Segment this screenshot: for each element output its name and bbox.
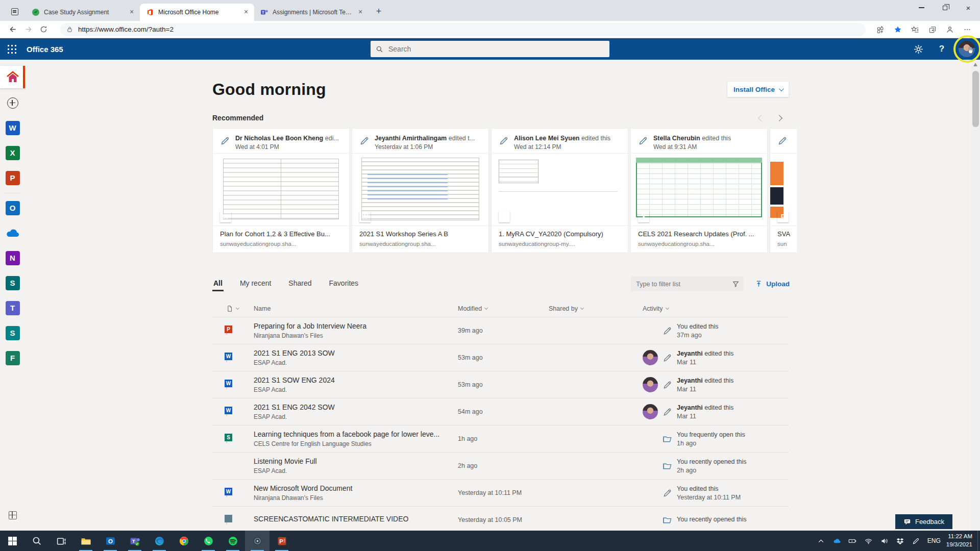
table-row[interactable]: SCREENCASTOMATIC INTERMEDIATE VIDEO Yest…: [212, 507, 789, 531]
tray-pen-icon[interactable]: [908, 531, 924, 551]
file-name[interactable]: 2021 S1 ENG 2013 SOW: [254, 349, 458, 357]
tab-close-icon[interactable]: ×: [356, 8, 364, 16]
filter-box[interactable]: [631, 277, 744, 291]
browser-tab[interactable]: Microsoft Office Home ×: [140, 4, 254, 21]
tray-volume-icon[interactable]: [876, 531, 892, 551]
help-button[interactable]: ?: [930, 38, 953, 60]
start-button[interactable]: [0, 531, 24, 551]
table-row[interactable]: S Learning techniques from a facebook pa…: [212, 425, 789, 453]
taskbar-search-button[interactable]: [24, 531, 49, 551]
page-url[interactable]: https://www.office.com/?auth=2: [78, 26, 174, 33]
settings-button[interactable]: [906, 38, 930, 60]
files-tab-all[interactable]: All: [212, 277, 224, 291]
file-name[interactable]: Learning techniques from a facebook page…: [254, 430, 458, 438]
filter-input[interactable]: [636, 281, 732, 288]
file-name[interactable]: 2021 S1 ENG 2042 SOW: [254, 403, 458, 411]
carousel-prev-button[interactable]: [759, 114, 764, 122]
file-name[interactable]: SCREENCASTOMATIC INTERMEDIATE VIDEO: [254, 515, 458, 523]
restore-button[interactable]: [933, 0, 957, 15]
table-row[interactable]: P Preparing for a Job Interview Neera Ni…: [212, 317, 789, 344]
file-name[interactable]: Preparing for a Job Interview Neera: [254, 322, 458, 330]
sidebar-excel[interactable]: X: [0, 143, 25, 163]
file-name[interactable]: Listening Movie Full: [254, 457, 458, 465]
table-row[interactable]: W New Microsoft Word Document Niranjana …: [212, 480, 789, 507]
sidebar-all-apps[interactable]: [0, 505, 25, 525]
office-search-box[interactable]: [371, 41, 609, 57]
file-name[interactable]: 2021 S1 SOW ENG 2024: [254, 376, 458, 384]
page-scrollbar[interactable]: [971, 60, 980, 531]
forward-button[interactable]: [20, 22, 36, 37]
minimize-button[interactable]: [910, 0, 933, 15]
favorite-star-button[interactable]: [890, 22, 905, 37]
name-column-header[interactable]: Name: [254, 305, 458, 312]
file-type-column-header[interactable]: [226, 305, 254, 313]
layout-grid-button[interactable]: [873, 22, 888, 37]
favorites-bar-button[interactable]: [908, 22, 923, 37]
browser-tab[interactable]: Assignments | Microsoft Teams ×: [254, 4, 369, 21]
taskbar-clock[interactable]: 11:22 AM 19/3/2021: [944, 533, 977, 548]
search-input[interactable]: [388, 45, 582, 53]
language-indicator[interactable]: ENG: [924, 537, 944, 544]
sidebar-create-new[interactable]: [0, 93, 25, 113]
modified-column-header[interactable]: Modified: [458, 305, 549, 312]
browser-profile-button[interactable]: [942, 22, 958, 37]
recommended-card[interactable]: P SVA sun: [770, 128, 797, 253]
sidebar-teams[interactable]: T: [0, 298, 25, 318]
refresh-button[interactable]: [36, 22, 51, 37]
scroll-up-arrow-icon[interactable]: [973, 63, 977, 66]
sidebar-powerpoint[interactable]: P: [0, 168, 25, 188]
taskbar-spotify[interactable]: [220, 531, 245, 551]
sidebar-home[interactable]: [0, 66, 25, 88]
shared-by-column-header[interactable]: Shared by: [549, 305, 643, 312]
file-name[interactable]: New Microsoft Word Document: [254, 484, 458, 492]
tab-close-icon[interactable]: ×: [242, 8, 250, 16]
carousel-next-button[interactable]: [777, 114, 781, 122]
taskbar-chrome[interactable]: [172, 531, 196, 551]
sidebar-outlook[interactable]: O: [0, 198, 25, 218]
files-tab-my-recent[interactable]: My recent: [239, 277, 272, 291]
close-button[interactable]: ×: [957, 0, 980, 15]
install-office-button[interactable]: Install Office: [727, 82, 789, 97]
activity-column-header[interactable]: Activity: [643, 305, 789, 312]
tray-dropbox-icon[interactable]: [892, 531, 908, 551]
taskbar-whatsapp[interactable]: [196, 531, 220, 551]
office-brand[interactable]: Office 365: [27, 45, 63, 54]
sidebar-forms[interactable]: F: [0, 348, 25, 368]
tab-actions-button[interactable]: [7, 5, 22, 19]
show-desktop-button[interactable]: [977, 531, 980, 551]
tray-onedrive-icon[interactable]: [829, 531, 845, 551]
collections-button[interactable]: [925, 22, 940, 37]
app-launcher-button[interactable]: [0, 38, 23, 60]
taskbar-screencastomatic[interactable]: [245, 531, 270, 551]
files-tab-shared[interactable]: Shared: [287, 277, 312, 291]
tray-wifi-icon[interactable]: [861, 531, 876, 551]
table-row[interactable]: W 2021 S1 SOW ENG 2024 ESAP Acad. 53m ag…: [212, 371, 789, 398]
table-row[interactable]: W 2021 S1 ENG 2042 SOW ESAP Acad. 54m ag…: [212, 398, 789, 425]
taskbar-file-explorer[interactable]: [74, 531, 98, 551]
recommended-card[interactable]: Jeyanthi Amirthalingam edited t... Yeste…: [352, 128, 489, 253]
sidebar-onedrive[interactable]: [0, 223, 25, 243]
recommended-card[interactable]: Stella Cherubin edited this Wed at 9:31 …: [630, 128, 768, 253]
scrollbar-thumb[interactable]: [972, 71, 979, 127]
taskbar-outlook[interactable]: [98, 531, 122, 551]
browser-tab[interactable]: Case Study Assignment ×: [26, 4, 140, 21]
files-tab-favorites[interactable]: Favorites: [328, 277, 360, 291]
recommended-card[interactable]: Alison Lee Mei Syuen edited this Wed at …: [491, 128, 628, 253]
table-row[interactable]: W 2021 S1 ENG 2013 SOW ESAP Acad. 53m ag…: [212, 344, 789, 371]
tab-close-icon[interactable]: ×: [128, 8, 136, 16]
table-row[interactable]: Listening Movie Full ESAP Acad. 2h ago: [212, 453, 789, 480]
taskbar-edge[interactable]: [147, 531, 172, 551]
address-bar[interactable]: https://www.office.com/?auth=2: [60, 23, 866, 36]
task-view-button[interactable]: [49, 531, 74, 551]
sidebar-sharepoint[interactable]: S: [0, 273, 25, 293]
tray-battery-icon[interactable]: [845, 531, 861, 551]
upload-button[interactable]: Upload: [755, 280, 790, 288]
feedback-button[interactable]: Feedback: [895, 514, 952, 529]
new-tab-button[interactable]: +: [372, 4, 386, 18]
sidebar-sway[interactable]: S: [0, 323, 25, 343]
taskbar-powerpoint[interactable]: [270, 531, 294, 551]
sidebar-word[interactable]: W: [0, 118, 25, 138]
sidebar-onenote[interactable]: N: [0, 248, 25, 268]
back-button[interactable]: [5, 22, 20, 37]
recommended-card[interactable]: Dr Nicholas Lee Boon Kheng edi... Wed at…: [212, 128, 350, 253]
